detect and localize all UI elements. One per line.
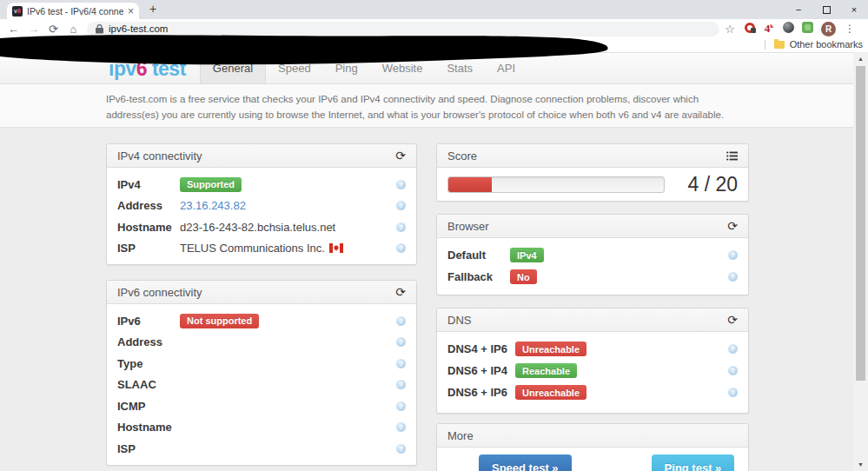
table-row: Address ? — [117, 332, 406, 354]
panel-title: Score — [447, 149, 477, 163]
status-badge: Reachable — [515, 363, 577, 378]
refresh-icon[interactable]: ⟳ — [395, 149, 406, 162]
table-row: Address 23.16.243.82 ? — [117, 196, 406, 217]
row-label: DNS6 + IP4 — [447, 364, 515, 377]
row-value: d23-16-243-82.bchsia.telus.net — [180, 221, 335, 234]
panel-title: DNS — [447, 314, 471, 327]
row-label: Hostname — [117, 221, 180, 234]
canada-flag-icon — [329, 243, 343, 253]
row-label: SLAAC — [117, 378, 180, 391]
row-label: Fallback — [447, 270, 510, 283]
other-bookmarks-label: Other bookmarks — [790, 39, 863, 50]
table-row: Fallback No ? — [447, 266, 738, 288]
intro-text: IPv6-test.com is a free service that che… — [106, 91, 751, 123]
row-label: IPv4 — [117, 178, 180, 191]
ping-test-button[interactable]: Ping test » — [652, 454, 735, 471]
table-row: Type ? — [117, 353, 406, 375]
info-icon[interactable]: ? — [396, 180, 406, 189]
status-badge: Unreachable — [515, 385, 586, 400]
new-tab-button[interactable]: + — [149, 2, 156, 16]
other-bookmarks-button[interactable]: Other bookmarks — [765, 39, 863, 50]
info-icon[interactable]: ? — [396, 201, 406, 210]
panel-more: More Speed test » Ping test » — [436, 423, 749, 471]
row-label: Address — [117, 335, 180, 348]
profile-avatar[interactable]: R — [821, 22, 836, 36]
row-label: IPv6 — [117, 315, 180, 328]
panel-score: Score 4 / 20 — [436, 143, 749, 202]
score-value: 4 / 20 — [687, 173, 738, 196]
redaction-scribble — [0, 33, 617, 68]
status-badge: No — [510, 269, 537, 284]
scroll-down-icon[interactable]: ▼ — [853, 461, 868, 468]
info-icon[interactable]: ? — [396, 243, 406, 253]
extension-icon-4[interactable] — [798, 21, 817, 36]
bookmark-star-icon[interactable]: ☆ — [719, 23, 740, 36]
info-icon[interactable]: ? — [728, 366, 738, 375]
browser-menu-icon[interactable]: ⋮ — [840, 23, 859, 35]
table-row: DNS4 + IP6 Unreachable ? — [447, 338, 738, 360]
lock-icon — [96, 24, 103, 34]
row-label: Address — [117, 199, 180, 212]
scroll-up-icon[interactable]: ▲ — [853, 56, 868, 62]
window-controls: − × — [785, 0, 868, 19]
panel-title: More — [447, 429, 474, 442]
table-row: DNS6 + IP4 Reachable ? — [447, 360, 738, 381]
scrollbar-thumb[interactable] — [856, 66, 865, 381]
score-bar-fill — [448, 177, 492, 192]
refresh-icon[interactable]: ⟳ — [727, 314, 738, 326]
browser-tab[interactable]: v6 IPv6 test - IPv6/4 connectivity an × — [7, 3, 139, 19]
info-icon[interactable]: ? — [728, 272, 738, 282]
row-label: ISP — [117, 442, 180, 455]
tab-title: IPv6 test - IPv6/4 connectivity an — [27, 6, 123, 17]
info-icon[interactable]: ? — [396, 401, 406, 411]
table-row: ISP TELUS Communications Inc. ? — [117, 238, 406, 260]
info-icon[interactable]: ? — [396, 444, 406, 454]
row-label: DNS4 + IP6 — [447, 342, 515, 355]
status-badge: IPv4 — [510, 248, 544, 262]
info-icon[interactable]: ? — [396, 380, 406, 389]
extension-icon-1[interactable] — [740, 21, 759, 36]
table-row: ICMP ? — [117, 395, 406, 417]
row-label: Hostname — [117, 421, 180, 434]
extension-icon-2[interactable]: 4k — [759, 22, 779, 36]
minimize-button[interactable]: − — [785, 0, 812, 19]
panel-ipv4-connectivity: IPv4 connectivity ⟳ IPv4 Supported ? Add… — [106, 143, 417, 265]
panel-title: Browser — [447, 220, 489, 233]
info-icon[interactable]: ? — [728, 388, 738, 397]
tab-strip: v6 IPv6 test - IPv6/4 connectivity an × … — [0, 0, 868, 19]
refresh-icon[interactable]: ⟳ — [727, 220, 738, 232]
info-icon[interactable]: ? — [396, 422, 406, 432]
table-row: ISP ? — [117, 438, 406, 460]
table-row: Hostname d23-16-243-82.bchsia.telus.net … — [117, 216, 406, 238]
panel-title: IPv4 connectivity — [117, 149, 202, 163]
status-badge: Not supported — [180, 314, 259, 328]
maximize-button[interactable] — [812, 0, 840, 19]
info-icon[interactable]: ? — [396, 359, 406, 368]
page-scrollbar[interactable]: ▲ ▼ — [853, 52, 868, 471]
row-label: ISP — [117, 242, 180, 255]
table-row: Default IPv4 ? — [447, 244, 738, 266]
info-icon[interactable]: ? — [396, 337, 406, 347]
row-label: Default — [447, 249, 510, 262]
table-row: Hostname ? — [117, 417, 406, 439]
bookmarks-separator — [765, 40, 765, 50]
tab-close-icon[interactable]: × — [128, 6, 134, 17]
intro-band: IPv6-test.com is a free service that che… — [0, 84, 853, 128]
info-icon[interactable]: ? — [728, 250, 738, 260]
row-label: DNS6 + IP6 — [447, 386, 515, 399]
main-content: IPv4 connectivity ⟳ IPv4 Supported ? Add… — [0, 128, 853, 471]
refresh-icon[interactable]: ⟳ — [395, 286, 406, 298]
close-button[interactable]: × — [840, 0, 868, 19]
table-row: IPv4 Supported ? — [117, 174, 406, 196]
info-icon[interactable]: ? — [396, 316, 406, 326]
speed-test-button[interactable]: Speed test » — [479, 454, 572, 471]
extension-icon-3[interactable] — [779, 21, 798, 36]
info-icon[interactable]: ? — [728, 344, 738, 354]
status-badge: Unreachable — [515, 342, 586, 356]
info-icon[interactable]: ? — [396, 222, 406, 232]
panel-dns: DNS ⟳ DNS4 + IP6 Unreachable ? DNS6 + IP… — [436, 308, 749, 414]
panel-browser: Browser ⟳ Default IPv4 ? Fallback No ? — [436, 214, 749, 295]
list-icon[interactable] — [726, 151, 738, 161]
ip-address-link[interactable]: 23.16.243.82 — [180, 199, 246, 212]
row-value: TELUS Communications Inc. — [180, 242, 325, 255]
